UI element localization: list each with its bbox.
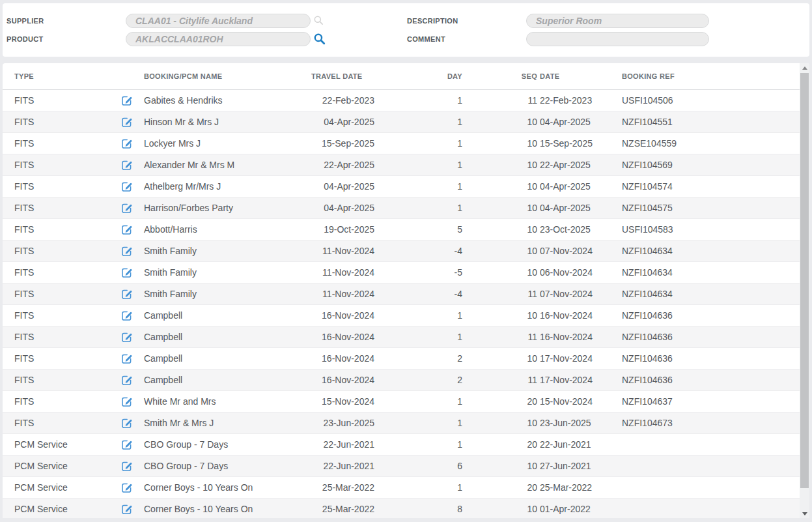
table-row[interactable]: FITS Smith Family 11-Nov-2024 -5 10 06-N… (3, 262, 800, 283)
cell-type: FITS (3, 418, 111, 428)
cell-booking-name: Campbell (140, 375, 300, 385)
cell-booking-name: Hinson Mr & Mrs J (140, 117, 300, 127)
table-row[interactable]: FITS White Mr and Mrs 15-Nov-2024 1 20 1… (3, 391, 800, 413)
table-row[interactable]: PCM Service CBO Group - 7 Days 22-Jun-20… (3, 434, 800, 456)
cell-date: 22-Jun-2021 (537, 439, 615, 450)
edit-booking-icon[interactable] (121, 310, 133, 321)
cell-booking-ref: NZFI104673 (615, 418, 800, 428)
cell-booking-name: Smith Mr & Mrs J (140, 418, 300, 428)
cell-booking-name: Lockyer Mrs J (140, 138, 300, 149)
cell-day: -4 (374, 289, 462, 299)
product-input[interactable] (126, 32, 311, 46)
edit-booking-icon[interactable] (121, 374, 133, 386)
table-row[interactable]: FITS Athelberg Mr/Mrs J 04-Apr-2025 1 10… (3, 176, 800, 197)
cell-seq: 11 (462, 332, 537, 342)
edit-booking-icon[interactable] (121, 116, 133, 128)
cell-booking-ref: NZFI104636 (615, 310, 800, 321)
cell-date: 04-Apr-2025 (537, 181, 615, 192)
vertical-scrollbar[interactable] (800, 63, 809, 518)
cell-type: FITS (3, 310, 111, 321)
cell-day: 1 (374, 203, 462, 213)
scroll-down-button[interactable] (800, 509, 809, 518)
edit-booking-icon[interactable] (121, 224, 133, 235)
cell-day: 1 (374, 310, 462, 321)
table-row[interactable]: FITS Gabites & Hendriks 22-Feb-2023 1 11… (3, 90, 800, 111)
cell-seq: 10 (462, 138, 537, 149)
table-row[interactable]: FITS Abbott/Harris 19-Oct-2025 5 10 23-O… (3, 219, 800, 240)
cell-travel-date: 04-Apr-2025 (300, 117, 374, 127)
description-input[interactable] (526, 14, 709, 28)
edit-booking-icon[interactable] (121, 460, 133, 472)
cell-seq: 10 (462, 353, 537, 364)
table-row[interactable]: FITS Campbell 16-Nov-2024 2 11 17-Nov-20… (3, 370, 800, 391)
cell-type: FITS (3, 95, 111, 106)
edit-booking-icon[interactable] (121, 267, 133, 278)
table-row[interactable]: FITS Campbell 16-Nov-2024 1 10 16-Nov-20… (3, 305, 800, 326)
cell-travel-date: 23-Jun-2025 (300, 418, 374, 428)
edit-booking-icon[interactable] (121, 482, 133, 493)
cell-seq: 20 (462, 482, 537, 493)
edit-booking-icon[interactable] (121, 245, 133, 257)
supplier-search-icon[interactable] (313, 15, 324, 25)
table-row[interactable]: FITS Harrison/Forbes Party 04-Apr-2025 1… (3, 197, 800, 219)
edit-booking-icon[interactable] (121, 439, 133, 450)
edit-booking-icon[interactable] (121, 503, 133, 515)
cell-booking-ref: NZFI104636 (615, 375, 800, 385)
edit-booking-icon[interactable] (121, 138, 133, 149)
cell-type: FITS (3, 396, 111, 407)
col-header-seq: SEQ (462, 72, 537, 80)
edit-booking-icon[interactable] (121, 159, 133, 171)
cell-day: 1 (374, 418, 462, 428)
cell-date: 07-Nov-2024 (537, 246, 615, 256)
scroll-up-button[interactable] (800, 63, 809, 72)
edit-booking-icon[interactable] (121, 94, 133, 106)
product-label: PRODUCT (7, 35, 44, 43)
table-row[interactable]: FITS Alexander Mr & Mrs M 22-Apr-2025 1 … (3, 154, 800, 176)
supplier-input[interactable] (126, 14, 311, 28)
cell-booking-name: Campbell (140, 310, 300, 321)
table-row[interactable]: FITS Smith Mr & Mrs J 23-Jun-2025 1 10 2… (3, 413, 800, 434)
edit-booking-icon[interactable] (121, 202, 133, 214)
edit-booking-icon[interactable] (121, 331, 133, 343)
cell-seq: 10 (462, 310, 537, 321)
edit-booking-icon[interactable] (121, 417, 133, 429)
edit-booking-icon[interactable] (121, 396, 133, 407)
cell-day: 5 (374, 224, 462, 235)
cell-booking-ref: NZFI104551 (615, 117, 800, 127)
edit-booking-icon[interactable] (121, 288, 133, 300)
cell-seq: 10 (462, 224, 537, 235)
cell-date: 04-Apr-2025 (537, 203, 615, 213)
cell-date: 25-Mar-2022 (537, 482, 615, 493)
cell-travel-date: 25-Mar-2022 (300, 504, 374, 514)
cell-travel-date: 15-Nov-2024 (300, 396, 374, 407)
table-row[interactable]: PCM Service Corner Boys - 10 Years On 25… (3, 499, 800, 518)
cell-booking-ref: NZFI104574 (615, 181, 800, 192)
cell-date: 22-Apr-2025 (537, 160, 615, 170)
cell-day: 2 (374, 375, 462, 385)
edit-booking-icon[interactable] (121, 353, 133, 364)
description-label: DESCRIPTION (407, 17, 458, 25)
comment-input[interactable] (526, 32, 709, 46)
table-row[interactable]: FITS Hinson Mr & Mrs J 04-Apr-2025 1 10 … (3, 111, 800, 133)
cell-booking-name: Corner Boys - 10 Years On (140, 504, 300, 514)
cell-travel-date: 11-Nov-2024 (300, 246, 374, 256)
down-arrow-icon (802, 512, 807, 515)
cell-booking-name: Abbott/Harris (140, 224, 300, 235)
cell-date: 07-Nov-2024 (537, 289, 615, 299)
table-row[interactable]: PCM Service Corner Boys - 10 Years On 25… (3, 477, 800, 499)
product-search-icon[interactable] (313, 33, 326, 45)
table-row[interactable]: FITS Lockyer Mrs J 15-Sep-2025 1 10 15-S… (3, 133, 800, 154)
table-row[interactable]: PCM Service CBO Group - 7 Days 22-Jun-20… (3, 456, 800, 477)
cell-booking-ref: USFI104506 (615, 95, 800, 106)
cell-day: -5 (374, 267, 462, 278)
cell-seq: 10 (462, 418, 537, 428)
table-row[interactable]: FITS Smith Family 11-Nov-2024 -4 10 07-N… (3, 240, 800, 262)
table-row[interactable]: FITS Campbell 16-Nov-2024 2 10 17-Nov-20… (3, 348, 800, 370)
cell-seq: 10 (462, 181, 537, 192)
table-row[interactable]: FITS Campbell 16-Nov-2024 1 11 16-Nov-20… (3, 326, 800, 348)
edit-booking-icon[interactable] (121, 181, 133, 192)
cell-date: 04-Apr-2025 (537, 117, 615, 127)
cell-day: 8 (374, 504, 462, 514)
table-row[interactable]: FITS Smith Family 11-Nov-2024 -4 11 07-N… (3, 283, 800, 305)
scrollbar-thumb[interactable] (800, 73, 809, 488)
